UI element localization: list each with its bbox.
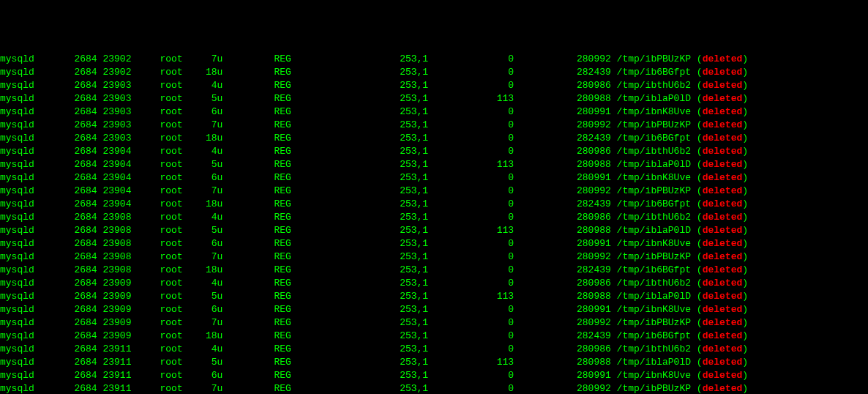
col-fd: 5u	[183, 291, 223, 302]
col-size: 113	[428, 225, 514, 236]
deleted-tag: deleted	[703, 225, 743, 236]
deleted-tag: deleted	[703, 370, 743, 381]
col-node: 282439	[514, 330, 611, 341]
col-size: 0	[428, 251, 514, 262]
col-device: 253,1	[291, 343, 428, 354]
deleted-tag: deleted	[703, 278, 743, 289]
deleted-tag: deleted	[703, 264, 743, 275]
col-name: /tmp/ibthU6b2	[617, 343, 691, 354]
paren-open: (	[697, 278, 703, 289]
col-type: REG	[222, 198, 291, 209]
col-fd: 6u	[183, 172, 223, 183]
col-tid: 23911	[97, 383, 132, 394]
col-pid: 2684	[51, 198, 97, 209]
deleted-tag: deleted	[703, 185, 743, 196]
paren-open: (	[697, 119, 703, 130]
lsof-row: mysqld 2684 23908 root 18u REG 253,1 0 2…	[0, 264, 868, 277]
col-fd: 7u	[183, 383, 223, 394]
col-size: 0	[428, 238, 514, 249]
lsof-row: mysqld 2684 23908 root 6u REG 253,1 0 28…	[0, 237, 868, 250]
col-device: 253,1	[291, 198, 428, 209]
col-name: /tmp/iblaP0lD	[617, 159, 691, 170]
lsof-row: mysqld 2684 23909 root 5u REG 253,1 113 …	[0, 290, 868, 303]
col-node: 282439	[514, 198, 611, 209]
paren-open: (	[697, 146, 703, 157]
deleted-tag: deleted	[703, 159, 743, 170]
col-command: mysqld	[0, 106, 51, 117]
paren-open: (	[697, 264, 703, 275]
lsof-row: mysqld 2684 23909 root 4u REG 253,1 0 28…	[0, 277, 868, 290]
deleted-tag: deleted	[703, 133, 743, 144]
paren-close: )	[742, 343, 748, 354]
col-fd: 5u	[183, 93, 223, 104]
col-type: REG	[222, 225, 291, 236]
col-size: 113	[428, 93, 514, 104]
col-type: REG	[222, 146, 291, 157]
col-device: 253,1	[291, 251, 428, 262]
col-fd: 6u	[183, 238, 223, 249]
col-device: 253,1	[291, 383, 428, 394]
col-command: mysqld	[0, 343, 51, 354]
paren-close: )	[742, 106, 748, 117]
col-fd: 4u	[183, 80, 223, 91]
deleted-tag: deleted	[703, 304, 743, 315]
col-name: /tmp/ib6BGfpt	[617, 133, 691, 144]
col-fd: 18u	[183, 330, 223, 341]
lsof-row: mysqld 2684 23902 root 18u REG 253,1 0 2…	[0, 66, 868, 79]
col-tid: 23909	[97, 291, 132, 302]
paren-close: )	[742, 304, 748, 315]
col-size: 0	[428, 317, 514, 328]
paren-close: )	[742, 291, 748, 302]
paren-open: (	[697, 238, 703, 249]
col-device: 253,1	[291, 146, 428, 157]
col-user: root	[131, 278, 182, 289]
col-pid: 2684	[51, 291, 97, 302]
col-name: /tmp/iblaP0lD	[617, 357, 691, 368]
col-size: 0	[428, 119, 514, 130]
col-fd: 5u	[183, 159, 223, 170]
col-node: 280988	[514, 159, 611, 170]
lsof-row: mysqld 2684 23911 root 7u REG 253,1 0 28…	[0, 382, 868, 394]
col-device: 253,1	[291, 67, 428, 78]
col-user: root	[131, 291, 182, 302]
col-size: 0	[428, 106, 514, 117]
col-device: 253,1	[291, 238, 428, 249]
col-command: mysqld	[0, 383, 51, 394]
col-device: 253,1	[291, 159, 428, 170]
col-device: 253,1	[291, 225, 428, 236]
col-pid: 2684	[51, 278, 97, 289]
col-name: /tmp/ibPBUzKP	[617, 119, 691, 130]
col-size: 113	[428, 159, 514, 170]
deleted-tag: deleted	[703, 383, 743, 394]
col-type: REG	[222, 67, 291, 78]
col-pid: 2684	[51, 251, 97, 262]
deleted-tag: deleted	[703, 146, 743, 157]
col-command: mysqld	[0, 212, 51, 223]
col-pid: 2684	[51, 133, 97, 144]
col-tid: 23909	[97, 304, 132, 315]
col-node: 280991	[514, 304, 611, 315]
col-user: root	[131, 251, 182, 262]
paren-close: )	[742, 278, 748, 289]
col-command: mysqld	[0, 264, 51, 275]
col-user: root	[131, 225, 182, 236]
col-tid: 23902	[97, 67, 132, 78]
paren-open: (	[697, 93, 703, 104]
col-fd: 18u	[183, 67, 223, 78]
col-size: 0	[428, 67, 514, 78]
col-pid: 2684	[51, 53, 97, 64]
col-pid: 2684	[51, 238, 97, 249]
paren-close: )	[742, 185, 748, 196]
paren-close: )	[742, 357, 748, 368]
col-pid: 2684	[51, 304, 97, 315]
col-type: REG	[222, 317, 291, 328]
col-size: 0	[428, 264, 514, 275]
col-name: /tmp/ibnK8Uve	[617, 238, 691, 249]
col-size: 0	[428, 383, 514, 394]
paren-open: (	[697, 198, 703, 209]
col-fd: 4u	[183, 343, 223, 354]
col-command: mysqld	[0, 317, 51, 328]
col-type: REG	[222, 212, 291, 223]
col-name: /tmp/ibthU6b2	[617, 146, 691, 157]
paren-open: (	[697, 159, 703, 170]
